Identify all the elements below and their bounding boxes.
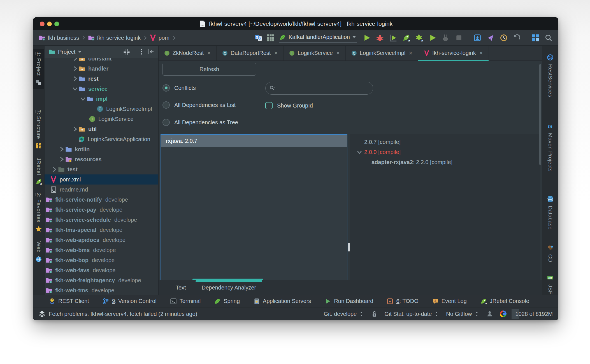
bust-icon[interactable]: [486, 311, 493, 317]
chevron-right-icon[interactable]: [71, 75, 79, 82]
download-button[interactable]: [473, 34, 482, 42]
rollback-button[interactable]: [513, 34, 521, 42]
tool-stripe--project[interactable]: 1: Project: [33, 49, 44, 89]
tree-item[interactable]: pom.xml: [45, 174, 158, 185]
chevron-right-icon[interactable]: [71, 65, 79, 72]
lock-icon[interactable]: T: [371, 311, 378, 317]
close-window-button[interactable]: [40, 22, 45, 26]
run-coverage-button[interactable]: [389, 34, 397, 42]
usage-tree-item[interactable]: 2.0.7 [compile]: [350, 137, 540, 147]
usage-tree-item[interactable]: adapter-rxjava2 : 2.2.0 [compile]: [350, 157, 540, 167]
tree-item[interactable]: fkh-web-freightagencydevelope: [45, 275, 158, 285]
breadcrumb-item[interactable]: pom: [150, 34, 169, 41]
usage-tree-item[interactable]: 2.0.0 [compile]: [350, 147, 540, 157]
memory-indicator[interactable]: 1028 of 8192M: [513, 310, 553, 318]
editor-tab[interactable]: IZkNodeRest×: [159, 46, 217, 60]
close-tab-icon[interactable]: ×: [409, 50, 412, 56]
chevron-down-icon[interactable]: [78, 51, 82, 53]
run-configuration-selector[interactable]: KafkaHandlerApplication: [279, 33, 357, 43]
tree-item[interactable]: fkh-service-notifydevelope: [45, 195, 158, 205]
tree-item[interactable]: CLoginkServiceImpl: [45, 104, 158, 114]
tool-stripe-jrebel[interactable]: JRebelJR: [35, 158, 42, 185]
tool-stripe-cdi[interactable]: CDI: [547, 244, 554, 264]
tree-item[interactable]: impl: [45, 94, 158, 104]
tool-stripe-restservices[interactable]: RestServices: [547, 54, 554, 97]
vertical-scrollbar[interactable]: [539, 64, 541, 165]
tool-button--todo[interactable]: 6: TODO: [387, 298, 418, 305]
tree-item[interactable]: test: [45, 164, 158, 174]
history-button[interactable]: [500, 34, 508, 42]
tree-item[interactable]: fkh-service-paydevelope: [45, 205, 158, 215]
chevron-right-icon[interactable]: [71, 125, 79, 133]
tree-item[interactable]: fkh-service-scheduledevelope: [45, 215, 158, 225]
breadcrumb-item[interactable]: fkh-service-logink: [88, 34, 141, 41]
tool-stripe--favorites[interactable]: 2: Favorites: [35, 193, 42, 232]
tree-item[interactable]: LoginkServiceApplication: [45, 134, 158, 144]
radio-selected[interactable]: [162, 84, 170, 92]
close-tab-icon[interactable]: ×: [336, 50, 340, 56]
breadcrumb-item[interactable]: fkh-business: [39, 34, 79, 41]
tree-item[interactable]: fkh-web-apidocsdevelope: [45, 235, 158, 245]
chevron-right-icon[interactable]: [51, 166, 58, 173]
chevron-right-icon[interactable]: [58, 146, 65, 153]
tree-item[interactable]: rest: [45, 74, 158, 84]
editor-tab[interactable]: CDataReportRest×: [217, 46, 284, 60]
splitter-handle[interactable]: [348, 243, 350, 251]
conflict-list-item[interactable]: rxjava : 2.0.7: [161, 135, 347, 147]
tree-item[interactable]: handler: [45, 64, 158, 74]
panel-splitter[interactable]: [347, 134, 350, 281]
zoom-window-button[interactable]: [54, 22, 59, 26]
show-groupid-checkbox[interactable]: [265, 102, 273, 109]
bottom-tab-dependency-analyzer[interactable]: Dependency Analyzer: [200, 280, 258, 295]
git-stat-widget[interactable]: Git Stat: up-to-date: [384, 311, 439, 317]
tree-item[interactable]: kotlin: [45, 144, 158, 154]
google-icon[interactable]: [500, 311, 507, 317]
editor-tab[interactable]: ILoginkService×: [284, 46, 345, 60]
tool-button-rest-client[interactable]: REST Client: [49, 298, 89, 305]
editor-tab[interactable]: fkh-service-logink×: [418, 46, 489, 60]
tree-item[interactable]: readme.md: [45, 185, 158, 195]
bottom-tab-text[interactable]: Text: [174, 280, 188, 295]
tool-stripe--structure[interactable]: 7: Structure: [35, 110, 42, 149]
tool-stripe-database[interactable]: Database: [547, 196, 554, 230]
collapse-all-button[interactable]: [123, 48, 130, 55]
tree-item[interactable]: constant: [45, 58, 158, 64]
chevron-right-icon[interactable]: [58, 156, 65, 163]
tree-item[interactable]: service: [45, 84, 158, 94]
debug-button[interactable]: [376, 34, 384, 42]
radio-unselected[interactable]: [162, 101, 170, 109]
tool-button-spring[interactable]: Spring: [214, 298, 240, 305]
grid-blue-button[interactable]: [531, 34, 540, 42]
chevron-down-icon[interactable]: [71, 85, 79, 92]
tool-button-run-dashboard[interactable]: Run Dashboard: [324, 298, 373, 305]
tool-stripe-web[interactable]: Web: [35, 241, 42, 263]
search-button[interactable]: [544, 34, 553, 42]
tool-stripe-maven-projects[interactable]: mMaven Projects: [547, 123, 554, 172]
tree-item[interactable]: fkh-tms-specialdevelope: [45, 225, 158, 235]
radio-unselected[interactable]: [162, 119, 170, 126]
git-branch-widget[interactable]: Git: develope: [324, 311, 364, 317]
tree-item[interactable]: fkh-web-bmsdevelope: [45, 245, 158, 255]
tool-button--version-control[interactable]: 9: Version Control: [103, 298, 157, 305]
chevron-down-icon[interactable]: [356, 148, 363, 156]
dependency-search-input[interactable]: [265, 82, 373, 95]
tree-item[interactable]: ILoginkService: [45, 114, 158, 124]
grid-gray-button[interactable]: [266, 34, 275, 42]
run-button[interactable]: [428, 34, 437, 42]
run-button[interactable]: [363, 34, 371, 42]
tool-button-event-log[interactable]: 2Event Log: [432, 298, 467, 305]
tree-item[interactable]: util: [45, 124, 158, 134]
minimize-window-button[interactable]: [47, 22, 52, 26]
layers-icon[interactable]: [39, 311, 45, 317]
tree-item[interactable]: fkh-web-bopdevelope: [45, 255, 158, 265]
refresh-button[interactable]: Refresh: [162, 63, 256, 76]
jrebel-debug-button[interactable]: JR: [415, 34, 424, 42]
translate-button[interactable]: G: [254, 34, 263, 42]
tool-button-terminal[interactable]: Terminal: [170, 298, 201, 305]
close-tab-icon[interactable]: ×: [207, 50, 211, 56]
jrebel-run-button[interactable]: JR: [402, 34, 410, 42]
hide-panel-button[interactable]: [148, 48, 154, 55]
tool-stripe-jsf[interactable]: JSFJSF: [547, 274, 554, 294]
editor-tab[interactable]: CLoginkServiceImpl×: [346, 46, 418, 60]
project-view-selector[interactable]: Project: [58, 49, 75, 55]
